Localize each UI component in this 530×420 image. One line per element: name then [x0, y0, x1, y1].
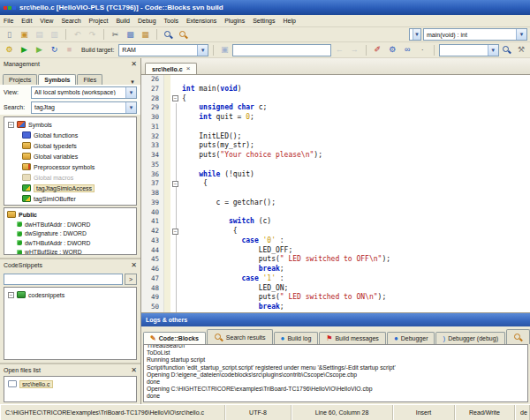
code-line[interactable]: 35: [141, 161, 530, 170]
thread-options-icon[interactable]: ⚙: [386, 44, 399, 56]
tree-item-symbols[interactable]: −Symbols: [4, 119, 136, 130]
close-icon[interactable]: ✕: [131, 367, 137, 374]
menu-edit[interactable]: Edit: [21, 18, 32, 24]
binoculars-icon[interactable]: ∞: [401, 44, 414, 56]
scope-combo[interactable]: ▼: [409, 28, 421, 41]
undo-icon[interactable]: ↶: [71, 28, 84, 41]
tab-files[interactable]: Files: [77, 74, 102, 85]
wrench-icon[interactable]: ⚒: [515, 44, 527, 56]
code-line[interactable]: 36 while (!quit): [141, 170, 530, 180]
codesnippets-go-button[interactable]: >: [125, 274, 137, 285]
code-line[interactable]: 43 case '0' :: [141, 236, 530, 246]
tree-item-tagjtagsimioaccess[interactable]: tagJtagSimioAccess: [4, 183, 136, 193]
tree-item-global-functions[interactable]: Global functions: [4, 130, 136, 140]
collapse-icon[interactable]: −: [8, 122, 14, 128]
highlight-icon[interactable]: ✐: [371, 44, 384, 56]
menu-build[interactable]: Build: [116, 18, 130, 24]
code-line[interactable]: 34 puts("Your choice please\n");: [141, 151, 530, 161]
back-icon[interactable]: ←: [333, 44, 346, 56]
code-line[interactable]: 39 c = getchar();: [141, 199, 530, 208]
tree-item-tagsimiobuffer[interactable]: tagSimIOBuffer: [4, 193, 136, 204]
thread-search-combo[interactable]: ▼: [439, 44, 499, 56]
forward-icon[interactable]: →: [348, 44, 361, 56]
paste-icon[interactable]: ▦: [139, 28, 152, 41]
menu-extensions[interactable]: Extensions: [186, 18, 216, 24]
code-line[interactable]: 28−{: [141, 94, 530, 104]
tree-item-preprocessor-symbols[interactable]: Preprocessor symbols: [4, 161, 136, 172]
code-line[interactable]: 50 break;: [141, 303, 530, 312]
fold-collapse-icon[interactable]: −: [172, 229, 178, 235]
codesnippets-search-input[interactable]: [4, 274, 123, 285]
menu-tools[interactable]: Tools: [164, 18, 178, 24]
fold-collapse-icon[interactable]: −: [172, 181, 178, 187]
code-line[interactable]: 27int main(void): [141, 85, 530, 94]
magnifier-icon[interactable]: [501, 44, 513, 56]
find-in-files-icon[interactable]: [177, 28, 190, 41]
cut-icon[interactable]: ✂: [109, 28, 122, 41]
save-all-icon[interactable]: ▥: [48, 28, 61, 41]
menu-file[interactable]: File: [4, 18, 13, 24]
view-combo[interactable]: All local symbols (workspace) ▼: [31, 86, 137, 99]
menu-debug[interactable]: Debug: [138, 18, 156, 24]
code-line[interactable]: 38: [141, 189, 530, 199]
copy-icon[interactable]: ▩: [124, 28, 137, 41]
rebuild-icon[interactable]: ↻: [48, 44, 61, 56]
tree-item-global-macros[interactable]: Global macros: [4, 172, 136, 183]
code-editor[interactable]: 2627int main(void)28−{29 unsigned char c…: [141, 75, 530, 312]
member-item[interactable]: dwSignature : DWORD: [4, 229, 136, 239]
code-line[interactable]: 41 switch (c): [141, 217, 530, 227]
member-item[interactable]: dwTHBufAddr : DWORD: [4, 238, 136, 248]
code-line[interactable]: 45 puts(" LED switched to OFF\n");: [141, 255, 530, 265]
member-item[interactable]: wHTBufSize : WORD: [4, 248, 136, 256]
code-line[interactable]: 26: [141, 75, 530, 85]
save-file-icon[interactable]: ▤: [33, 28, 46, 41]
fold-margin[interactable]: −: [170, 179, 182, 189]
find-icon[interactable]: [162, 28, 175, 41]
code-line[interactable]: 32 InitLED();: [141, 132, 530, 142]
code-line[interactable]: 47 case '1' :: [141, 274, 530, 284]
logs-panel-header[interactable]: Logs & others: [141, 313, 530, 326]
collapse-icon[interactable]: −: [8, 292, 14, 298]
tab-symbols[interactable]: Symbols: [38, 74, 76, 85]
code-line[interactable]: 33 puts(my_str);: [141, 141, 530, 151]
code-line[interactable]: 30 int quit = 0;: [141, 113, 530, 123]
fold-margin[interactable]: −: [170, 94, 182, 104]
menu-project[interactable]: Project: [89, 18, 109, 24]
debug-icon[interactable]: ▣: [218, 44, 231, 56]
code-line[interactable]: 49 puts(" LED switched to ON\n");: [141, 293, 530, 303]
open-file-item[interactable]: src\hello.c: [4, 379, 136, 389]
symbol-search-combo[interactable]: tagJtag ▼: [31, 101, 137, 114]
log-tab-debugger-debug-[interactable]: )Debugger (debug): [435, 332, 505, 344]
tree-item-global-typedefs[interactable]: Global typedefs: [4, 140, 136, 151]
codesnippets-root-item[interactable]: − codesnippets: [4, 289, 136, 300]
menu-help[interactable]: Help: [283, 18, 295, 24]
log-tab-partial[interactable]: [506, 329, 530, 344]
log-output[interactable]: ThreadSearchToDoListRunning startup scri…: [143, 344, 528, 402]
fold-margin[interactable]: −: [170, 227, 182, 236]
menu-plugins[interactable]: Plugins: [224, 18, 245, 24]
close-icon[interactable]: ×: [186, 65, 191, 72]
build-target-combo[interactable]: RAM ▼: [118, 44, 208, 56]
log-tab-build-log[interactable]: ●Build log: [274, 332, 319, 344]
member-item[interactable]: dwHTBufAddr : DWORD: [4, 220, 136, 229]
public-section-header[interactable]: Public: [4, 209, 136, 220]
tab-projects[interactable]: Projects: [3, 74, 37, 85]
code-line[interactable]: 48 LED_ON;: [141, 284, 530, 294]
tree-item-global-variables[interactable]: Global variables: [4, 151, 136, 161]
menu-settings[interactable]: Settings: [253, 18, 275, 24]
run-icon[interactable]: ▶: [18, 44, 31, 56]
search-input[interactable]: [232, 44, 330, 56]
log-tab-debugger[interactable]: ●Debugger: [387, 332, 435, 344]
new-file-icon[interactable]: ▯: [3, 28, 16, 41]
log-tab-build-messages[interactable]: ⚑Build messages: [319, 332, 386, 344]
build-and-run-icon[interactable]: ▶: [33, 44, 46, 56]
log-tab-search-results[interactable]: Search results: [207, 329, 273, 344]
code-line[interactable]: 40: [141, 208, 530, 218]
open-file-icon[interactable]: ▣: [18, 28, 31, 41]
compile-icon[interactable]: ⚙: [3, 44, 16, 56]
code-line[interactable]: 29 unsigned char c;: [141, 103, 530, 113]
fold-collapse-icon[interactable]: −: [172, 95, 178, 101]
abort-icon[interactable]: ■: [63, 44, 76, 56]
log-tab-code-blocks[interactable]: ✎Code::Blocks: [143, 332, 206, 344]
redo-icon[interactable]: ↷: [86, 28, 99, 41]
